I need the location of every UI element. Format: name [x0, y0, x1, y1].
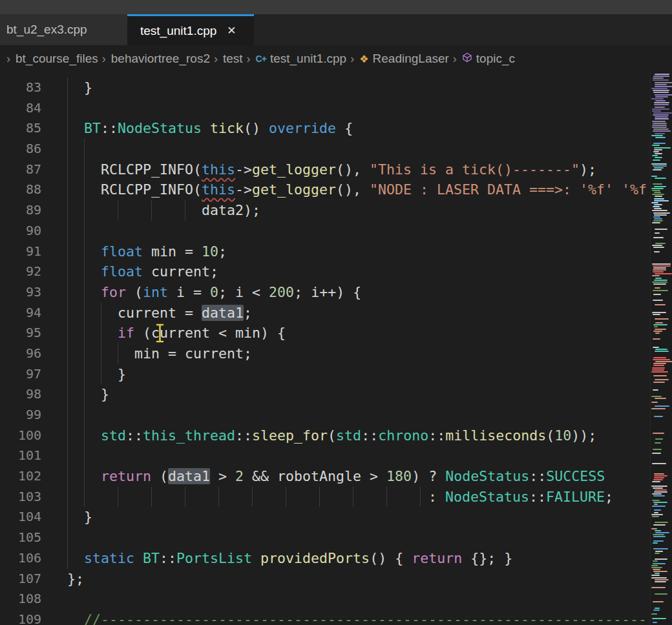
code-line-content[interactable]: RCLCPP_INFO(this->get_logger(), "NODE : … — [67, 179, 649, 200]
code-area[interactable]: 83 }8485 BT::NodeStatus tick() override … — [0, 72, 649, 625]
minimap-row — [651, 391, 672, 393]
code-line-content[interactable] — [67, 98, 649, 119]
breadcrumb-item-test-unit1-cpp[interactable]: ›C+test_unit1.cpp — [247, 52, 347, 66]
code-token: :: — [529, 468, 546, 484]
tab-bt-u2-ex3-cpp[interactable]: bt_u2_ex3.cpp — [0, 14, 127, 45]
gutter-line-number[interactable]: 89 — [0, 200, 41, 221]
gutter-line-number[interactable]: 84 — [0, 98, 41, 119]
code-line-content[interactable] — [67, 446, 649, 466]
minimap-row — [655, 133, 664, 134]
gutter-line-number[interactable]: 105 — [0, 528, 41, 548]
code-token: > — [210, 468, 235, 484]
gutter-line-number[interactable]: 107 — [0, 569, 41, 589]
code-token: "This is a tick()-------" — [370, 161, 580, 178]
minimap-row — [651, 179, 672, 181]
code-line-content[interactable]: } — [67, 384, 649, 405]
code-token: std — [101, 427, 126, 444]
gutter-line-number[interactable]: 87 — [0, 159, 41, 180]
minimap-row — [651, 394, 672, 395]
code-token — [67, 489, 428, 505]
code-line-content[interactable]: min = current; — [67, 343, 649, 364]
gutter-line-number[interactable]: 103 — [0, 487, 41, 507]
code-line: 96 min = current; — [0, 343, 649, 364]
minimap[interactable] — [650, 72, 672, 625]
code-line-content[interactable]: //--------------------------------------… — [67, 610, 649, 625]
gutter-line-number[interactable]: 94 — [0, 303, 41, 323]
breadcrumb-item-test[interactable]: ›test — [214, 52, 243, 66]
gutter-line-number[interactable]: 108 — [0, 589, 41, 610]
code-line-content[interactable] — [67, 139, 649, 159]
breadcrumb-item-bt-course-files[interactable]: ›bt_course_files — [6, 52, 98, 66]
gutter-line-number[interactable]: 97 — [0, 364, 41, 385]
minimap-row — [652, 263, 671, 265]
gutter-line-number[interactable]: 85 — [0, 118, 41, 139]
gutter-line-number[interactable]: 90 — [0, 221, 41, 241]
code-line: 107}; — [0, 569, 649, 589]
minimap-row — [653, 569, 660, 570]
gutter-line-number[interactable]: 91 — [0, 241, 41, 262]
code-line-content[interactable]: }; — [67, 569, 649, 589]
code-line-content[interactable]: float current; — [67, 261, 649, 282]
tab-close-icon[interactable]: ✕ — [227, 24, 236, 37]
tab-test-unit1-cpp[interactable]: test_unit1.cpp✕ — [127, 14, 254, 45]
breadcrumb-item-topic-c[interactable]: ›topic_c — [453, 52, 515, 66]
code-line-content[interactable]: float min = 10; — [67, 241, 649, 262]
gutter-line-number[interactable]: 96 — [0, 343, 41, 364]
gutter-line-number[interactable]: 83 — [0, 77, 41, 98]
code-line-content[interactable]: for (int i = 0; i < 200; i++) { — [67, 282, 649, 303]
minimap-row — [655, 558, 667, 560]
minimap-row — [652, 127, 667, 128]
class-icon: ❖ — [359, 53, 368, 65]
gutter-line-number[interactable]: 88 — [0, 179, 41, 200]
code-line-content[interactable]: if (current < min) { — [67, 323, 649, 343]
code-line-content[interactable]: } — [67, 364, 649, 385]
minimap-row — [653, 216, 660, 218]
code-line-content[interactable]: data2); — [67, 200, 649, 221]
minimap-row — [655, 118, 669, 119]
minimap-row — [651, 447, 672, 448]
code-token: NodeStatus — [445, 489, 529, 505]
gutter-line-number[interactable]: 109 — [0, 610, 41, 625]
code-line-content[interactable]: : NodeStatus::FAILURE; — [67, 487, 649, 507]
indent-guide — [286, 487, 286, 507]
minimap-row — [654, 416, 664, 417]
code-token: () — [244, 120, 269, 136]
gutter-line-number[interactable]: 106 — [0, 548, 41, 569]
code-line-content[interactable] — [67, 589, 649, 610]
minimap-row — [655, 438, 663, 440]
gutter-line-number[interactable]: 102 — [0, 466, 41, 487]
minimap-row — [651, 575, 659, 576]
minimap-row — [654, 477, 664, 478]
minimap-row — [651, 518, 672, 519]
minimap-row — [651, 469, 672, 470]
code-line-content[interactable] — [67, 221, 649, 241]
gutter-line-number[interactable]: 93 — [0, 282, 41, 303]
code-token: current = — [67, 305, 202, 321]
minimap-row — [651, 181, 672, 183]
code-line-content[interactable]: current = data1; — [67, 303, 649, 323]
code-line-content[interactable] — [67, 528, 649, 548]
code-line-content[interactable]: static BT::PortsList providedPorts() { r… — [67, 548, 649, 569]
code-line-content[interactable]: RCLCPP_INFO(this->get_logger(), "This is… — [67, 159, 649, 180]
code-line: 95 if (current < min) { — [0, 323, 649, 343]
minimap-row — [653, 247, 664, 248]
gutter-line-number[interactable]: 86 — [0, 139, 41, 159]
code-line-content[interactable] — [67, 405, 649, 425]
breadcrumb-item-behaviortree-ros2[interactable]: ›behaviortree_ros2 — [102, 52, 210, 66]
code-token: data2); — [202, 202, 260, 218]
code-line-content[interactable]: BT::NodeStatus tick() override { — [67, 118, 649, 139]
gutter-line-number[interactable]: 101 — [0, 446, 41, 466]
code-line-content[interactable]: return (data1 > 2 && robotAngle > 180) ?… — [67, 466, 649, 487]
gutter-line-number[interactable]: 98 — [0, 384, 41, 405]
code-line-content[interactable]: } — [67, 77, 649, 98]
code-editor[interactable]: 83 }8485 BT::NodeStatus tick() override … — [0, 72, 672, 625]
gutter-line-number[interactable]: 92 — [0, 261, 41, 282]
gutter-line-number[interactable]: 95 — [0, 323, 41, 343]
gutter-line-number[interactable]: 99 — [0, 405, 41, 425]
minimap-row — [651, 176, 657, 177]
gutter-line-number[interactable]: 104 — [0, 507, 41, 528]
gutter-line-number[interactable]: 100 — [0, 425, 41, 446]
breadcrumb-item-readinglaser[interactable]: ›❖ReadingLaser — [350, 52, 449, 66]
code-line-content[interactable]: } — [67, 507, 649, 528]
code-line-content[interactable]: std::this_thread::sleep_for(std::chrono:… — [67, 425, 649, 446]
